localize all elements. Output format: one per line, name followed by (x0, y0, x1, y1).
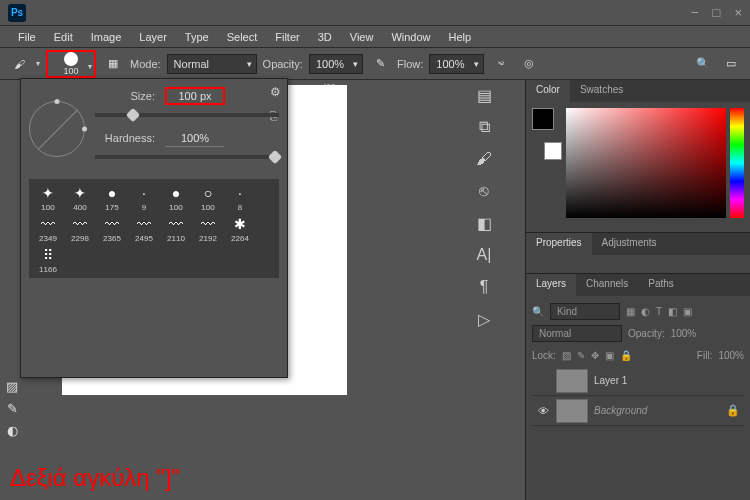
blend-mode-select[interactable]: Normal (167, 54, 257, 74)
filter-type-icon[interactable]: T (656, 306, 662, 317)
workspace-icon[interactable]: ▭ (720, 53, 742, 75)
brush-preset-item[interactable]: 〰2192 (193, 214, 223, 243)
menu-select[interactable]: Select (219, 28, 266, 46)
pressure-size-icon[interactable]: ◎ (518, 53, 540, 75)
tab-swatches[interactable]: Swatches (570, 80, 633, 102)
menu-edit[interactable]: Edit (46, 28, 81, 46)
lock-transparency-icon[interactable]: ▨ (562, 350, 571, 361)
blur-tool-icon[interactable]: ◐ (0, 419, 24, 441)
brush-size-input[interactable]: 100 px (165, 87, 225, 105)
paragraph-icon[interactable]: ¶ (470, 272, 498, 302)
close-icon[interactable]: × (734, 5, 742, 20)
tab-paths[interactable]: Paths (638, 274, 684, 296)
layer-item[interactable]: Layer 1 (532, 366, 744, 396)
filter-adjust-icon[interactable]: ◐ (641, 306, 650, 317)
tools-panel: ▨ ✎ ◐ (0, 375, 24, 441)
filter-pixel-icon[interactable]: ▦ (626, 306, 635, 317)
background-color-swatch[interactable] (544, 142, 562, 160)
brush-angle-control[interactable] (29, 101, 85, 157)
eyedropper-tool-icon[interactable]: ✎ (0, 397, 24, 419)
layer-opacity-value[interactable]: 100% (671, 328, 697, 339)
flow-input[interactable]: 100% (429, 54, 483, 74)
brush-preset-item[interactable]: ✦100 (33, 183, 63, 212)
layer-blend-mode[interactable]: Normal (532, 325, 622, 342)
brush-preset-item[interactable]: 〰2495 (129, 214, 159, 243)
filter-shape-icon[interactable]: ◧ (668, 306, 677, 317)
lock-artboard-icon[interactable]: ▣ (605, 350, 614, 361)
brush-preset-item[interactable]: ⠿1166 (33, 245, 63, 274)
filter-smart-icon[interactable]: ▣ (683, 306, 692, 317)
fill-value[interactable]: 100% (718, 350, 744, 361)
menu-3d[interactable]: 3D (310, 28, 340, 46)
styles-icon[interactable]: ◧ (470, 208, 498, 238)
brushes-icon[interactable]: 🖌 (470, 144, 498, 174)
search-icon[interactable]: 🔍 (692, 53, 714, 75)
menu-file[interactable]: File (10, 28, 44, 46)
brush-preset-grid: ✦100✦400●175·9●100○100·8〰2349〰2298〰2365〰… (29, 179, 279, 278)
minimize-icon[interactable]: − (691, 5, 699, 20)
layer-filter-kind[interactable]: Kind (550, 303, 620, 320)
actions-icon[interactable]: ⧉ (470, 112, 498, 142)
brush-hardness-slider[interactable] (95, 155, 279, 159)
history-icon[interactable]: ▤ (470, 80, 498, 110)
brush-preset-item[interactable]: ○100 (193, 183, 223, 212)
color-panel (526, 102, 750, 232)
menu-help[interactable]: Help (441, 28, 480, 46)
lock-brush-icon[interactable]: ✎ (577, 350, 585, 361)
menu-filter[interactable]: Filter (267, 28, 307, 46)
brush-preset-item[interactable]: 〰2298 (65, 214, 95, 243)
chevron-down-icon[interactable]: ▾ (36, 59, 40, 68)
maximize-icon[interactable]: □ (713, 5, 721, 20)
pressure-opacity-icon[interactable]: ✎ (369, 53, 391, 75)
size-label: Size: (95, 90, 155, 102)
tab-channels[interactable]: Channels (576, 274, 638, 296)
layer-thumbnail[interactable] (556, 399, 588, 423)
layer-item[interactable]: 👁Background🔒 (532, 396, 744, 426)
menu-window[interactable]: Window (383, 28, 438, 46)
brush-settings-icon[interactable]: ⎋ (470, 176, 498, 206)
layer-opacity-label: Opacity: (628, 328, 665, 339)
layer-thumbnail[interactable] (556, 369, 588, 393)
brush-preset-item[interactable]: 〰2349 (33, 214, 63, 243)
airbrush-icon[interactable]: ༄ (490, 53, 512, 75)
gear-icon[interactable]: ⚙ (270, 85, 281, 99)
brush-preset-item[interactable]: ✦400 (65, 183, 95, 212)
titlebar: Ps − □ × (0, 0, 750, 26)
color-field[interactable] (566, 108, 726, 218)
lock-position-icon[interactable]: ✥ (591, 350, 599, 361)
menu-image[interactable]: Image (83, 28, 130, 46)
brush-preset-picker[interactable]: 100 ▾ (46, 50, 96, 78)
hue-slider[interactable] (730, 108, 744, 218)
opacity-input[interactable]: 100% (309, 54, 363, 74)
menu-view[interactable]: View (342, 28, 382, 46)
tab-properties[interactable]: Properties (526, 233, 592, 255)
foreground-color-swatch[interactable] (532, 108, 554, 130)
menu-layer[interactable]: Layer (131, 28, 175, 46)
gradient-tool-icon[interactable]: ▨ (0, 375, 24, 397)
brush-preset-item[interactable]: ●175 (97, 183, 127, 212)
brush-preset-item[interactable]: 〰2110 (161, 214, 191, 243)
tab-adjustments[interactable]: Adjustments (592, 233, 667, 255)
brush-preset-item[interactable]: ·8 (225, 183, 255, 212)
brush-panel-toggle-icon[interactable]: ▦ (102, 53, 124, 75)
brush-size-slider[interactable] (95, 113, 279, 117)
tab-layers[interactable]: Layers (526, 274, 576, 296)
layer-name[interactable]: Layer 1 (594, 375, 627, 386)
character-icon[interactable]: A| (470, 240, 498, 270)
tab-color[interactable]: Color (526, 80, 570, 102)
brush-hardness-input[interactable]: 100% (165, 129, 225, 147)
layer-name[interactable]: Background (594, 405, 647, 416)
lock-all-icon[interactable]: 🔒 (620, 350, 632, 361)
menubar: File Edit Image Layer Type Select Filter… (0, 26, 750, 48)
brush-preset-panel: ⚙ ⎘ Size: 100 px Hardness: 100% ✦100✦400… (20, 78, 288, 378)
play-icon[interactable]: ▷ (470, 304, 498, 334)
brush-preset-item[interactable]: ✱2264 (225, 214, 255, 243)
brush-size-value: 100 (63, 66, 78, 76)
visibility-icon[interactable]: 👁 (536, 405, 550, 417)
menu-type[interactable]: Type (177, 28, 217, 46)
opacity-label: Opacity: (263, 58, 303, 70)
brush-preset-item[interactable]: ●100 (161, 183, 191, 212)
tool-preset-icon[interactable]: 🖌 (8, 53, 30, 75)
brush-preset-item[interactable]: ·9 (129, 183, 159, 212)
brush-preset-item[interactable]: 〰2365 (97, 214, 127, 243)
